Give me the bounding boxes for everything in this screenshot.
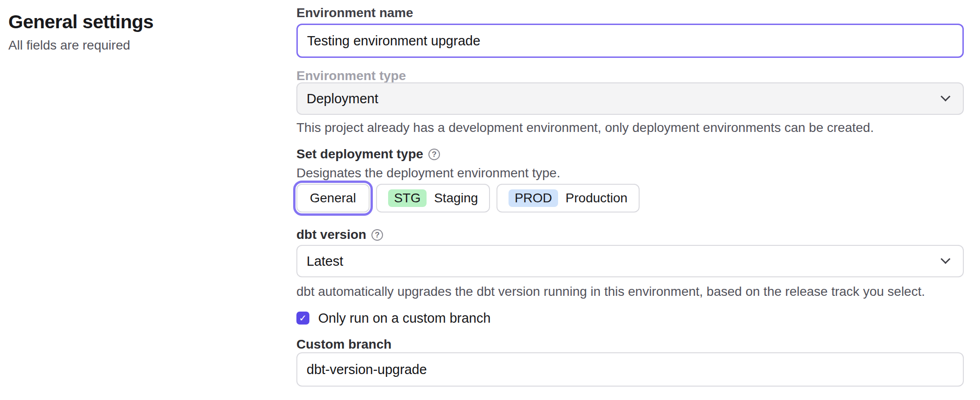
chevron-down-icon <box>941 254 950 264</box>
custom-branch-toggle-row: ✓ Only run on a custom branch <box>296 312 964 325</box>
help-icon[interactable]: ? <box>428 149 440 160</box>
general-settings-page: General settings All fields are required… <box>0 0 980 400</box>
deployment-type-helper: Designates the deployment environment ty… <box>296 166 964 180</box>
production-button-label: Production <box>565 191 628 206</box>
environment-type-value: Deployment <box>307 91 378 106</box>
check-icon: ✓ <box>299 313 307 323</box>
environment-name-label: Environment name <box>296 6 964 19</box>
custom-branch-checkbox[interactable]: ✓ <box>296 312 309 325</box>
production-badge: PROD <box>509 189 558 207</box>
settings-header: General settings All fields are required <box>8 11 268 52</box>
deployment-type-options: General STG Staging PROD Production <box>296 184 964 212</box>
deployment-type-staging-button[interactable]: STG Staging <box>376 184 490 212</box>
dbt-version-value: Latest <box>307 254 343 269</box>
page-title: General settings <box>8 11 268 32</box>
environment-type-helper: This project already has a development e… <box>296 121 964 135</box>
chevron-down-icon <box>941 92 950 101</box>
environment-settings-form: Environment name Environment type Deploy… <box>296 0 964 387</box>
general-button-label: General <box>310 191 356 206</box>
page-subtitle: All fields are required <box>8 38 268 52</box>
help-icon[interactable]: ? <box>371 229 383 241</box>
staging-button-label: Staging <box>434 191 478 206</box>
deployment-type-production-button[interactable]: PROD Production <box>496 184 640 212</box>
environment-type-label: Environment type <box>296 69 964 82</box>
help-icon-glyph: ? <box>375 231 379 239</box>
staging-badge: STG <box>388 189 427 207</box>
dbt-version-label-row: dbt version ? <box>296 228 964 241</box>
custom-branch-label: Custom branch <box>296 338 964 351</box>
environment-name-input[interactable] <box>296 24 964 58</box>
dbt-version-helper: dbt automatically upgrades the dbt versi… <box>296 285 964 299</box>
help-icon-glyph: ? <box>432 150 436 158</box>
deployment-type-label: Set deployment type <box>296 148 423 161</box>
deployment-type-label-row: Set deployment type ? <box>296 148 964 161</box>
dbt-version-label: dbt version <box>296 228 366 241</box>
deployment-type-general-button[interactable]: General <box>296 184 370 212</box>
custom-branch-toggle-label: Only run on a custom branch <box>318 312 490 325</box>
environment-type-select[interactable]: Deployment <box>296 82 964 115</box>
dbt-version-select[interactable]: Latest <box>296 245 964 277</box>
custom-branch-input[interactable] <box>296 352 964 387</box>
